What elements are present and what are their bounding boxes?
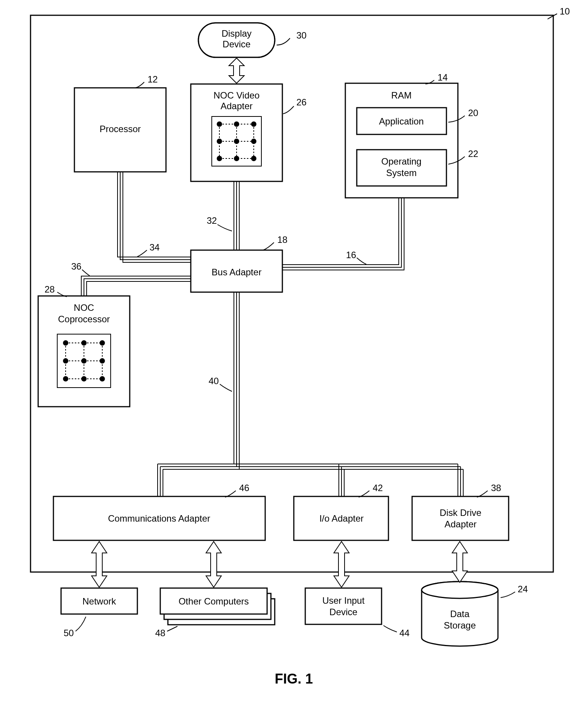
ref-48: 48	[155, 628, 166, 638]
svg-point-30	[81, 358, 87, 364]
data-storage: Data Storage	[422, 582, 498, 646]
noc-cop-label-2: Coprocessor	[58, 314, 110, 324]
ref-34: 34	[150, 242, 160, 252]
disk-label-2: Adapter	[445, 519, 477, 529]
other-label: Other Computers	[179, 596, 249, 606]
svg-text:Display: Display	[222, 28, 252, 39]
svg-point-12	[251, 121, 256, 127]
svg-point-13	[217, 139, 222, 144]
ref-10: 10	[560, 6, 570, 16]
svg-point-11	[234, 121, 239, 127]
bus-16	[282, 198, 404, 270]
figure-caption: FIG. 1	[275, 671, 313, 687]
user-input-device	[305, 588, 382, 624]
svg-point-10	[217, 121, 222, 127]
ref-22: 22	[468, 149, 478, 159]
svg-point-15	[251, 139, 256, 144]
svg-point-33	[81, 376, 87, 381]
svg-point-17	[234, 156, 239, 161]
svg-point-18	[251, 156, 256, 161]
noc-cop-label-1: NOC	[74, 302, 94, 313]
bus-36	[81, 276, 191, 296]
io-label: I/o Adapter	[319, 513, 364, 524]
ref-24: 24	[518, 584, 528, 594]
ref-42: 42	[373, 483, 383, 493]
ram-label: RAM	[391, 90, 411, 100]
disk-drive-adapter	[412, 496, 509, 540]
ref-36: 36	[71, 261, 82, 272]
ref-14: 14	[438, 72, 448, 82]
data-label-2: Storage	[444, 620, 476, 630]
svg-point-16	[217, 156, 222, 161]
bus-32	[234, 181, 239, 250]
network-label: Network	[82, 596, 116, 606]
ref-46: 46	[239, 483, 250, 493]
processor-label: Processor	[100, 124, 141, 134]
data-label-1: Data	[450, 609, 470, 619]
svg-point-28	[100, 340, 105, 346]
ref-18: 18	[277, 234, 288, 245]
noc-video-label-2: Adapter	[221, 101, 253, 111]
ref-40: 40	[209, 376, 219, 386]
svg-point-31	[100, 358, 105, 364]
svg-point-26	[63, 340, 68, 346]
arrow-comm-network	[92, 541, 107, 587]
ref-16: 16	[346, 250, 356, 260]
ref-30: 30	[296, 30, 307, 40]
svg-text:Device: Device	[222, 39, 250, 49]
os-label-1: Operating	[381, 156, 421, 166]
ref-28: 28	[45, 284, 55, 294]
svg-point-34	[100, 376, 105, 381]
disk-label-1: Disk Drive	[440, 508, 481, 518]
arrow-io-user	[334, 541, 349, 587]
ref-12: 12	[148, 74, 158, 84]
ref-26: 26	[296, 97, 307, 107]
arrow-display-video	[229, 58, 244, 83]
noc-grid-video	[212, 116, 261, 166]
other-computers: Other Computers	[160, 588, 275, 625]
arrow-disk-data	[452, 541, 467, 582]
ref-50: 50	[64, 628, 74, 638]
user-label-2: Device	[329, 607, 357, 617]
ref-32: 32	[207, 215, 217, 226]
svg-point-39	[422, 582, 498, 598]
svg-point-32	[63, 376, 68, 381]
svg-point-27	[81, 340, 87, 346]
svg-point-29	[63, 358, 68, 364]
bus-adapter-label: Bus Adapter	[212, 267, 262, 277]
ref-44: 44	[400, 628, 410, 638]
noc-grid-coprocessor	[57, 334, 111, 388]
bus-40	[158, 292, 463, 496]
svg-point-14	[234, 139, 239, 144]
arrow-comm-other	[206, 541, 221, 587]
diagram: Display Device Display Device 30 Process…	[0, 0, 588, 716]
ref-38: 38	[491, 483, 501, 493]
system-box	[31, 15, 553, 572]
user-label-1: User Input	[322, 595, 365, 606]
comm-label: Communications Adapter	[108, 513, 210, 524]
application-label: Application	[379, 116, 424, 126]
noc-video-label-1: NOC Video	[214, 90, 260, 100]
ref-20: 20	[468, 108, 478, 118]
os-label-2: System	[386, 168, 417, 178]
